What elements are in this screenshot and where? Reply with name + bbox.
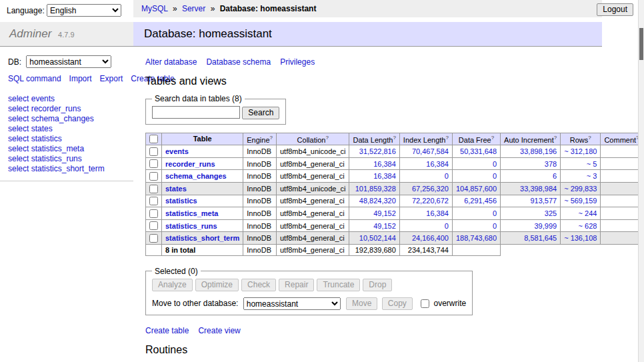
engine-cell: InnoDB xyxy=(243,182,277,195)
sidebar-menu-links: SQL commandImportExportCreate table xyxy=(8,74,125,84)
search-button[interactable]: Search xyxy=(242,107,279,119)
table-link-statistics-runs[interactable]: statistics_runs xyxy=(165,222,217,230)
help-link[interactable]: ? xyxy=(588,135,591,141)
column-header-comment: Comment? xyxy=(601,133,643,145)
row-checkbox-schema-changes[interactable] xyxy=(149,172,158,181)
menu-link-import[interactable]: Import xyxy=(69,74,92,83)
sidebar-table-link-statistics-runs[interactable]: statistics_runs xyxy=(31,154,82,163)
table-link-events[interactable]: events xyxy=(165,147,189,155)
collation-cell: utf8mb4_general_ci xyxy=(277,195,349,207)
select-all-checkbox[interactable] xyxy=(149,135,158,143)
rows-link-statistics-short-term[interactable]: ~ 136,108 xyxy=(564,234,597,242)
repair-button[interactable]: Repair xyxy=(279,279,314,291)
sidebar-table-link-statistics-meta[interactable]: statistics_meta xyxy=(31,144,84,153)
drop-button[interactable]: Drop xyxy=(363,279,392,291)
table-row-recorder-runs: recorder_runsInnoDButf8mb4_general_ci16,… xyxy=(146,157,643,170)
move-db-select[interactable]: homeassistant xyxy=(243,297,341,310)
rows-link-events[interactable]: ~ 312,180 xyxy=(564,147,597,155)
table-link-statistics-short-term[interactable]: statistics_short_term xyxy=(165,234,239,242)
select-table-link-events[interactable]: select xyxy=(8,94,29,103)
sidebar-table-item-statistics: select statistics xyxy=(8,134,125,144)
row-checkbox-statistics-short-term[interactable] xyxy=(149,234,158,243)
copy-button[interactable]: Copy xyxy=(382,297,413,310)
rows-link-statistics-meta[interactable]: ~ 244 xyxy=(579,209,597,217)
move-button[interactable]: Move xyxy=(346,297,377,310)
rows-link-schema-changes[interactable]: ~ 3 xyxy=(587,172,597,180)
scrollbar-thumb[interactable] xyxy=(639,28,643,60)
column-header-auto-increment: Auto Increment? xyxy=(501,133,561,145)
row-checkbox-events[interactable] xyxy=(149,147,158,156)
breadcrumb-mysql-link[interactable]: MySQL xyxy=(141,4,168,13)
comment-cell xyxy=(601,232,643,245)
analyze-button[interactable]: Analyze xyxy=(152,279,193,291)
create-links: Create tableCreate view xyxy=(145,326,602,335)
search-input[interactable] xyxy=(152,106,240,119)
engine-cell: InnoDB xyxy=(243,232,277,245)
truncate-button[interactable]: Truncate xyxy=(317,279,360,291)
create-link-create-view[interactable]: Create view xyxy=(198,326,240,335)
create-link-create-table[interactable]: Create table xyxy=(145,326,189,335)
index-length-cell: 16,384 xyxy=(399,207,452,220)
action-link-privileges[interactable]: Privileges xyxy=(280,57,315,67)
content: Alter databaseDatabase schemaPrivileges … xyxy=(133,57,602,362)
db-select[interactable]: homeassistant xyxy=(26,55,111,68)
table-row-statistics-meta: statistics_metaInnoDButf8mb4_general_ci4… xyxy=(146,207,643,220)
total-engine-cell: InnoDB xyxy=(243,244,277,255)
adminer-logo-link[interactable]: Adminer xyxy=(9,27,51,40)
collation-cell: utf8mb4_unicode_ci xyxy=(277,182,349,195)
logout-button[interactable]: Logout xyxy=(597,3,633,16)
table-link-schema-changes[interactable]: schema_changes xyxy=(165,172,227,180)
page-title: Database: homeassistant xyxy=(133,22,602,47)
action-link-alter-database[interactable]: Alter database xyxy=(145,57,197,67)
rows-link-recorder-runs[interactable]: ~ 5 xyxy=(587,160,597,168)
table-link-states[interactable]: states xyxy=(165,185,187,193)
help-link[interactable]: ? xyxy=(325,135,328,141)
sidebar-table-link-statistics[interactable]: statistics xyxy=(31,134,62,143)
sidebar-table-link-recorder-runs[interactable]: recorder_runs xyxy=(31,104,81,113)
rows-cell: ~ 3 xyxy=(561,170,601,183)
language-select[interactable]: English xyxy=(47,4,121,17)
sidebar-table-link-statistics-short-term[interactable]: statistics_short_term xyxy=(31,164,105,173)
check-button[interactable]: Check xyxy=(241,279,276,291)
rows-link-statistics-runs[interactable]: ~ 628 xyxy=(579,222,597,230)
breadcrumb-server-link[interactable]: Server xyxy=(182,4,205,13)
table-link-statistics[interactable]: statistics xyxy=(165,197,197,205)
table-link-statistics-meta[interactable]: statistics_meta xyxy=(165,209,219,217)
rows-link-states[interactable]: ~ 299,833 xyxy=(564,185,597,193)
help-link[interactable]: ? xyxy=(554,135,557,141)
menu-link-export[interactable]: Export xyxy=(100,74,123,83)
rows-link-statistics[interactable]: ~ 569,159 xyxy=(564,197,597,205)
row-checkbox-statistics[interactable] xyxy=(149,197,158,205)
select-table-link-statistics-short-term[interactable]: select xyxy=(8,164,29,173)
select-table-link-recorder-runs[interactable]: select xyxy=(8,104,29,113)
row-checkbox-statistics-meta[interactable] xyxy=(149,209,158,218)
help-link[interactable]: ? xyxy=(445,135,448,141)
select-table-link-statistics[interactable]: select xyxy=(8,134,29,143)
select-table-link-states[interactable]: select xyxy=(8,124,29,133)
breadcrumb-current: Database: homeassistant xyxy=(220,4,317,13)
help-link[interactable]: ? xyxy=(491,135,494,141)
sidebar-table-link-events[interactable]: events xyxy=(31,94,55,103)
sidebar-table-link-schema-changes[interactable]: schema_changes xyxy=(31,114,94,123)
select-table-link-schema-changes[interactable]: select xyxy=(8,114,29,123)
row-checkbox-states[interactable] xyxy=(149,185,158,193)
overwrite-checkbox[interactable] xyxy=(421,299,429,308)
row-checkbox-statistics-runs[interactable] xyxy=(149,221,158,230)
index-length-cell: 67,256,320 xyxy=(399,182,452,195)
sidebar-table-link-states[interactable]: states xyxy=(31,124,53,133)
collation-cell: utf8mb4_general_ci xyxy=(277,232,349,245)
select-table-link-statistics-runs[interactable]: select xyxy=(8,154,29,163)
column-header-data-free: Data Free? xyxy=(452,133,500,145)
sidebar-table-item-events: select events xyxy=(8,94,125,104)
table-link-recorder-runs[interactable]: recorder_runs xyxy=(165,160,215,168)
action-link-database-schema[interactable]: Database schema xyxy=(206,57,271,67)
help-link[interactable]: ? xyxy=(270,135,273,141)
optimize-button[interactable]: Optimize xyxy=(195,279,239,291)
row-checkbox-recorder-runs[interactable] xyxy=(149,159,158,168)
help-link[interactable]: ? xyxy=(393,135,395,141)
scrollbar[interactable] xyxy=(638,0,644,362)
engine-cell: InnoDB xyxy=(243,219,277,232)
menu-link-sql-command[interactable]: SQL command xyxy=(8,74,61,83)
select-table-link-statistics-meta[interactable]: select xyxy=(8,144,29,153)
row-check-cell xyxy=(146,145,162,158)
